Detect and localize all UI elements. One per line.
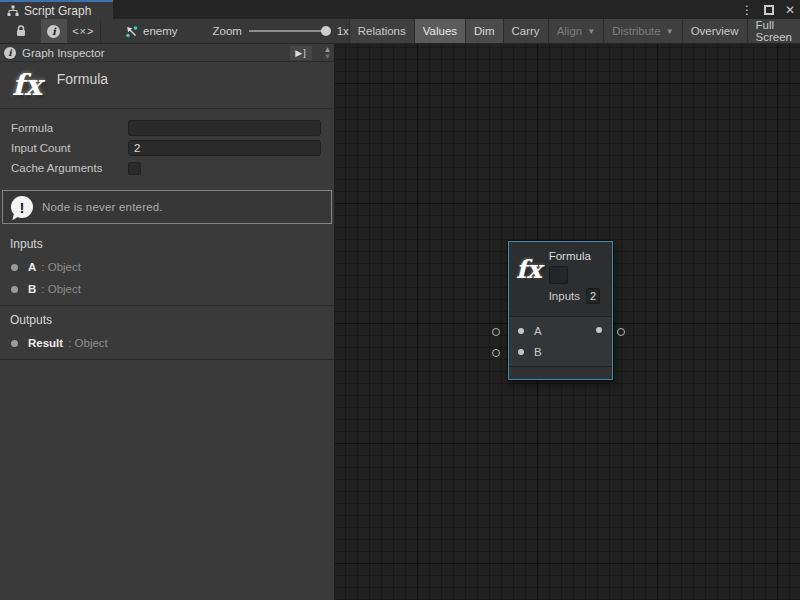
list-item: Result : Object: [0, 332, 334, 354]
panel-spinner[interactable]: ▲ ▼: [321, 44, 334, 62]
input-count-field-label: Input Count: [4, 142, 128, 154]
node-input-count[interactable]: 2: [586, 288, 600, 304]
info-icon: i: [47, 25, 60, 38]
port-target-circle[interactable]: [492, 328, 500, 336]
input-port-b[interactable]: [518, 349, 524, 355]
spinner-down-icon[interactable]: ▼: [324, 53, 332, 60]
node-title: Formula: [549, 250, 591, 262]
zoom-slider-track: [249, 30, 330, 32]
inputs-section: Inputs A : Object B : Object: [0, 230, 334, 306]
input-count-input[interactable]: [128, 140, 321, 156]
port-dot-icon: [11, 340, 18, 347]
dock-panel-icon[interactable]: ▶]: [290, 46, 312, 60]
formula-input[interactable]: [128, 120, 321, 136]
output-port-result[interactable]: [596, 327, 602, 333]
window-close-icon[interactable]: ✕: [785, 3, 795, 17]
graph-toolbar: i <×> enemy Zoom 1x Relations Values Dim…: [0, 19, 800, 44]
formula-node-ports: A B: [509, 317, 612, 366]
node-warning: ! Node is never entered.: [2, 190, 332, 224]
full-screen-button[interactable]: Full Screen: [747, 19, 800, 43]
warning-icon: !: [11, 196, 33, 218]
formula-node-header-fields: Formula Inputs 2: [549, 250, 600, 316]
node-inputs-row: Inputs 2: [549, 288, 600, 304]
outputs-section: Outputs Result : Object: [0, 306, 334, 360]
port-dot-icon: [11, 286, 18, 293]
port-dot-icon: [11, 264, 18, 271]
graph-hierarchy-icon: [7, 5, 19, 17]
list-item: A : Object: [0, 256, 334, 278]
formula-field-row: Formula: [4, 118, 321, 138]
node-inputs-label: Inputs: [549, 290, 580, 302]
inspector-toggle-button[interactable]: i: [41, 19, 66, 43]
formula-node-footer: [509, 366, 612, 378]
graph-inspector-title: Graph Inspector: [22, 47, 104, 59]
tab-label: Script Graph: [24, 4, 91, 18]
formula-fx-icon: fx: [12, 67, 42, 103]
breadcrumb-label: enemy: [143, 25, 178, 37]
window-menu-icon[interactable]: ⋮: [741, 3, 753, 17]
code-icon: <×>: [72, 25, 94, 37]
carry-button[interactable]: Carry: [503, 19, 548, 43]
cache-arguments-field-label: Cache Arguments: [4, 162, 128, 174]
input-port-a[interactable]: [518, 328, 524, 334]
list-item: B : Object: [0, 278, 334, 300]
info-icon: i: [4, 47, 16, 59]
node-fields: Formula Input Count Cache Arguments: [0, 109, 334, 182]
zoom-label: Zoom: [213, 25, 242, 37]
script-graph-icon: [125, 25, 138, 38]
page-title: Formula: [57, 71, 108, 87]
lock-icon: [14, 24, 28, 38]
formula-fx-icon: fx: [516, 255, 542, 316]
tab-script-graph[interactable]: Script Graph: [0, 0, 113, 19]
node-title-section: fx Formula: [0, 62, 334, 109]
lock-button[interactable]: [0, 19, 41, 43]
window-maximize-icon[interactable]: [764, 5, 774, 15]
dim-button[interactable]: Dim: [465, 19, 502, 43]
chevron-down-icon: ▼: [666, 27, 674, 36]
overview-button[interactable]: Overview: [682, 19, 747, 43]
relations-button[interactable]: Relations: [349, 19, 414, 43]
graph-inspector-header: i Graph Inspector ▶] ▲ ▼: [0, 44, 334, 62]
zoom-slider-handle[interactable]: [321, 26, 331, 36]
graph-inspector-panel: i Graph Inspector ▶] ▲ ▼ fx Formula Form…: [0, 44, 335, 600]
port-row-b: B: [509, 341, 612, 362]
distribute-button[interactable]: Distribute ▼: [603, 19, 682, 43]
input-count-field-row: Input Count: [4, 138, 321, 158]
cache-arguments-field-row: Cache Arguments: [4, 158, 321, 178]
graph-canvas[interactable]: fx Formula Inputs 2 A B: [335, 44, 800, 600]
code-preview-button[interactable]: <×>: [67, 19, 101, 43]
chevron-down-icon: ▼: [587, 27, 595, 36]
formula-node-header: fx Formula Inputs 2: [509, 242, 612, 317]
node-formula-input[interactable]: [549, 266, 568, 284]
outputs-section-header: Outputs: [0, 306, 334, 332]
warning-text: Node is never entered.: [42, 201, 163, 213]
cache-arguments-checkbox[interactable]: [128, 162, 141, 175]
graph-breadcrumb[interactable]: enemy: [125, 19, 178, 43]
align-button[interactable]: Align ▼: [548, 19, 604, 43]
inputs-section-header: Inputs: [0, 230, 334, 256]
zoom-slider[interactable]: [249, 25, 330, 37]
toolbar-button-group: Relations Values Dim Carry Align ▼ Distr…: [349, 19, 800, 43]
window-tab-bar: Script Graph ⋮ ✕: [0, 0, 800, 19]
formula-field-label: Formula: [4, 122, 128, 134]
port-target-circle[interactable]: [617, 328, 625, 336]
formula-node[interactable]: fx Formula Inputs 2 A B: [508, 241, 613, 380]
window-controls: ⋮ ✕: [741, 0, 795, 19]
values-button[interactable]: Values: [414, 19, 465, 43]
zoom-value: 1x: [337, 25, 349, 37]
port-target-circle[interactable]: [492, 349, 500, 357]
